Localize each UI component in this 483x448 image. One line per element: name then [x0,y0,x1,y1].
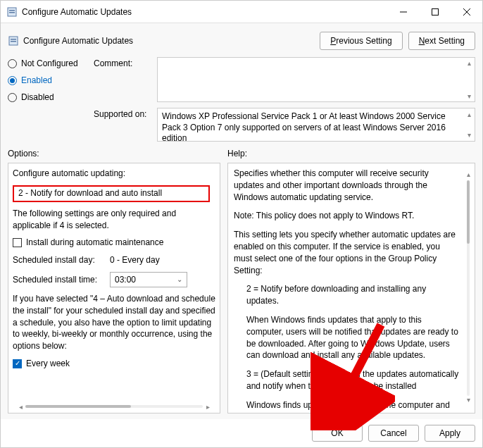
svg-rect-2 [9,12,15,13]
close-button[interactable] [451,1,482,23]
help-p6: 3 = (Default setting) Download the updat… [246,368,460,392]
footer: OK Cancel Apply [1,419,482,447]
page-title: Configure Automatic Updates [23,36,320,46]
ok-button[interactable]: OK [312,425,363,442]
panels: Configure automatic updating: 2 - Notify… [8,163,475,413]
radio-enabled[interactable]: Enabled [8,75,94,85]
help-p3: This setting lets you specify whether au… [234,229,460,276]
radio-not-configured[interactable]: Not Configured [8,58,94,68]
help-p5: When Windows finds updates that apply to… [246,314,460,361]
every-week-checkbox[interactable]: ✓ Every week [13,358,215,370]
scroll-down-icon[interactable]: ▾ [467,396,470,406]
comment-textarea[interactable]: ▴ ▾ [157,57,475,102]
policy-icon [8,35,19,46]
policy-icon [6,6,18,18]
header-row: Configure Automatic Updates Previous Set… [8,32,475,50]
scroll-down-icon[interactable]: ▾ [465,92,473,100]
checkbox-label: Install during automatic maintenance [26,237,163,249]
top-grid: Not Configured Enabled Disabled Comment:… [8,57,475,102]
window-title: Configure Automatic Updates [22,7,387,17]
supported-on-text: Windows XP Professional Service Pack 1 o… [157,108,475,142]
supported-row: Supported on: Windows XP Professional Se… [8,108,475,142]
help-p7: Windows finds updates that apply to the … [246,399,460,411]
scroll-up-icon[interactable]: ▴ [465,59,473,67]
supported-on-label: Supported on: [8,108,157,142]
comment-label: Comment: [94,57,157,102]
radio-label: Enabled [21,75,52,85]
help-p1: Specifies whether this computer will rec… [234,168,460,203]
scroll-down-icon[interactable]: ▾ [465,130,473,139]
install-time-dropdown[interactable]: 03:00 ⌄ [110,272,187,287]
svg-rect-9 [11,41,16,42]
previous-setting-button[interactable]: Previous Setting [320,32,402,50]
apply-button[interactable]: Apply [425,425,475,442]
options-label: Options: [8,149,220,158]
cancel-button[interactable]: Cancel [368,425,419,442]
content: Configure Automatic Updates Previous Set… [1,23,482,419]
checkbox-icon: ✓ [13,359,22,368]
install-day-label: Scheduled install day: [13,254,103,266]
scroll-up-icon[interactable]: ▴ [465,110,473,119]
options-heading: Configure automatic updating: [13,168,215,180]
window-controls [387,1,482,23]
options-note: The following settings are only required… [13,208,215,232]
radio-disabled[interactable]: Disabled [8,92,94,102]
section-headers: Options: Help: [8,149,475,158]
svg-rect-4 [432,8,438,15]
radio-icon [8,93,17,102]
next-setting-button[interactable]: Next Setting [408,32,475,50]
help-p2: Note: This policy does not apply to Wind… [234,210,460,222]
radio-label: Disabled [21,92,54,102]
scroll-up-icon[interactable]: ▴ [467,170,470,180]
help-panel: Specifies whether this computer will rec… [227,163,475,413]
svg-rect-1 [9,10,15,11]
help-label: Help: [227,149,475,158]
radio-group: Not Configured Enabled Disabled [8,57,94,102]
scroll-left-icon[interactable]: ◂ [15,403,25,411]
checkbox-label: Every week [26,358,70,370]
update-mode-dropdown[interactable]: 2 - Notify for download and auto install [13,185,210,202]
dropdown-value: 2 - Notify for download and auto install [18,187,162,199]
options-para2: If you have selected "4 – Auto download … [13,293,215,352]
help-vscrollbar[interactable]: ▴ ▾ [463,170,473,406]
nav-buttons: Previous Setting Next Setting [320,32,475,50]
checkbox-icon [13,238,22,247]
window: Configure Automatic Updates Configure Au… [0,0,483,448]
chevron-down-icon: ⌄ [177,275,182,285]
radio-icon [8,59,17,68]
install-day-value[interactable]: 0 - Every day [110,254,160,266]
scroll-right-icon[interactable]: ▸ [203,403,213,411]
minimize-button[interactable] [387,1,419,23]
install-maintenance-checkbox[interactable]: Install during automatic maintenance [13,237,215,249]
titlebar: Configure Automatic Updates [1,1,482,23]
help-p4: 2 = Notify before downloading and instal… [246,283,460,307]
svg-rect-8 [11,39,16,40]
maximize-button[interactable] [419,1,451,23]
radio-label: Not Configured [21,58,78,68]
options-hscrollbar[interactable]: ◂ ▸ [15,402,213,411]
install-time-label: Scheduled install time: [13,274,103,286]
options-panel: Configure automatic updating: 2 - Notify… [8,163,220,413]
dropdown-value: 03:00 [115,274,136,286]
radio-icon [8,76,17,85]
